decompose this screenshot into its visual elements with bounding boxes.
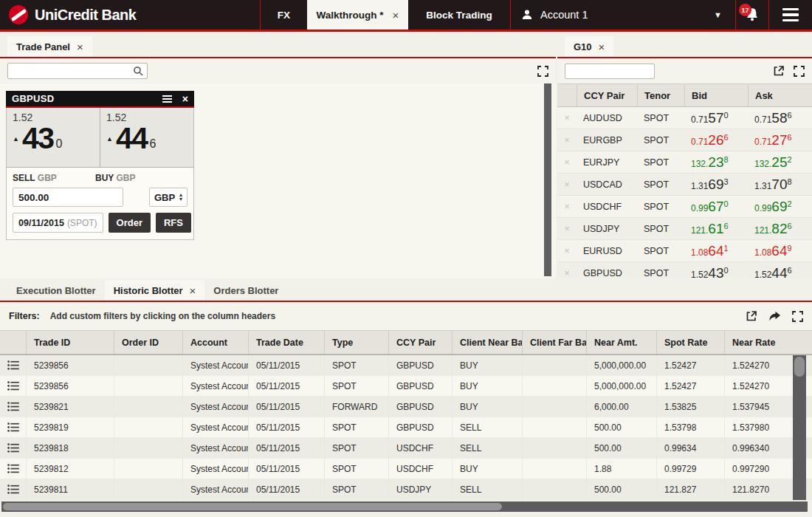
trade-row[interactable]: 5239818 Systest Account 05/11/2015 SPOT …	[0, 438, 812, 459]
trade-row[interactable]: 5239821 Systest Account 05/11/2015 FORWA…	[0, 397, 812, 417]
ask-price-cell[interactable]: 1.08649	[748, 243, 812, 259]
vertical-scrollbar[interactable]	[793, 355, 806, 500]
row-actions-icon[interactable]	[0, 438, 27, 458]
header-trade-id[interactable]: Trade ID	[27, 331, 114, 354]
tab-walkthrough[interactable]: Walkthrough * ×	[307, 0, 408, 30]
header-ccy-pair[interactable]: CCY Pair	[389, 331, 453, 354]
tab-trade-panel[interactable]: Trade Panel ×	[7, 36, 92, 57]
trade-row[interactable]: 5239856 Systest Account 05/11/2015 SPOT …	[0, 376, 812, 397]
fullscreen-icon[interactable]	[792, 311, 803, 322]
vertical-scrollbar[interactable]	[544, 83, 551, 276]
row-actions-icon[interactable]	[0, 417, 27, 437]
account-selector[interactable]: Account 1 ▼	[511, 0, 735, 30]
main-menu-button[interactable]	[769, 0, 812, 30]
tab-g10[interactable]: G10 ×	[565, 36, 613, 57]
header-bid[interactable]: Bid	[684, 84, 748, 106]
header-tenor[interactable]: Tenor	[637, 84, 684, 106]
g10-search-input[interactable]	[569, 66, 650, 76]
remove-row-icon[interactable]: ×	[557, 245, 577, 256]
bid-price-cell[interactable]: 1.31693	[684, 177, 748, 193]
trade-row[interactable]: 5239812 Systest Account 05/11/2015 SPOT …	[0, 459, 812, 479]
g10-searchbox[interactable]	[565, 64, 655, 79]
order-button[interactable]: Order	[109, 213, 151, 233]
row-actions-icon[interactable]	[0, 459, 27, 479]
bid-price-cell[interactable]: 1.08641	[684, 243, 748, 259]
scrollbar-thumb[interactable]	[794, 357, 805, 377]
ccy-pair-cell[interactable]: EURUSD	[577, 246, 637, 256]
row-actions-icon[interactable]	[0, 397, 27, 417]
sell-price-button[interactable]: 1.52 ▲ 43 0	[7, 108, 100, 167]
remove-row-icon[interactable]: ×	[557, 134, 577, 145]
fullscreen-icon[interactable]	[537, 66, 548, 77]
currency-select[interactable]: GBP ▴ ▾	[149, 188, 187, 207]
bid-price-cell[interactable]: 0.71570	[684, 110, 748, 126]
remove-row-icon[interactable]: ×	[557, 267, 577, 278]
ccy-pair-cell[interactable]: EURJPY	[577, 157, 637, 168]
bid-price-cell[interactable]: 0.71266	[684, 132, 748, 148]
rfs-button[interactable]: RFS	[156, 213, 191, 233]
tab-historic-blotter[interactable]: Historic Blotter ×	[105, 280, 205, 301]
header-ccy-pair[interactable]: CCY Pair	[577, 84, 637, 106]
remove-row-icon[interactable]: ×	[557, 201, 577, 212]
row-actions-icon[interactable]	[0, 376, 27, 396]
trade-row[interactable]: 5239811 Systest Account 05/11/2015 SPOT …	[0, 479, 812, 500]
ask-price-cell[interactable]: 121.826	[748, 221, 812, 237]
ccy-pair-cell[interactable]: USDCHF	[577, 202, 637, 212]
bid-price-cell[interactable]: 121.616	[684, 221, 748, 237]
tab-block-trading[interactable]: Block Trading	[408, 0, 510, 30]
header-trade-date[interactable]: Trade Date	[249, 331, 325, 354]
remove-row-icon[interactable]: ×	[557, 112, 577, 123]
widget-close-icon[interactable]: ×	[182, 93, 188, 105]
share-icon[interactable]	[768, 311, 781, 322]
header-near-rate[interactable]: Near Rate	[725, 331, 812, 354]
header-client-far-base[interactable]: Client Far Base	[523, 331, 587, 354]
trade-row[interactable]: 5239819 Systest Account 05/11/2015 SPOT …	[0, 417, 812, 438]
remove-row-icon[interactable]: ×	[557, 179, 577, 190]
row-actions-icon[interactable]	[0, 479, 27, 499]
tab-fx[interactable]: FX	[261, 0, 307, 30]
header-type[interactable]: Type	[325, 331, 389, 354]
ask-price-cell[interactable]: 1.31708	[748, 177, 812, 193]
header-ask[interactable]: Ask	[748, 84, 812, 106]
header-account[interactable]: Account	[183, 331, 249, 354]
bid-price-cell[interactable]: 0.99670	[684, 199, 748, 215]
remove-row-icon[interactable]: ×	[557, 223, 577, 234]
widget-menu-icon[interactable]	[162, 95, 172, 103]
buy-price-button[interactable]: 1.52 ▲ 44 6	[100, 108, 193, 167]
remove-row-icon[interactable]: ×	[557, 157, 577, 168]
close-icon[interactable]: ×	[190, 284, 196, 297]
ask-price-cell[interactable]: 0.71276	[748, 132, 812, 148]
close-icon[interactable]: ×	[393, 9, 399, 21]
pop-out-icon[interactable]	[773, 65, 785, 77]
ask-price-cell[interactable]: 1.52446	[748, 265, 812, 279]
row-actions-icon[interactable]	[0, 355, 27, 375]
horizontal-scrollbar[interactable]	[1, 501, 808, 512]
ccy-pair-cell[interactable]: USDCAD	[577, 179, 637, 190]
ask-price-cell[interactable]: 0.71586	[748, 110, 812, 126]
close-icon[interactable]: ×	[77, 41, 83, 53]
bid-price-cell[interactable]: 132.238	[684, 154, 748, 171]
notifications-button[interactable]: 17	[736, 0, 768, 30]
bid-price-cell[interactable]: 1.52430	[684, 265, 748, 279]
header-client-near-base[interactable]: Client Near Bas	[453, 331, 523, 354]
value-date-field[interactable]: 09/11/2015 (SPOT)	[13, 213, 103, 233]
header-near-amt[interactable]: Near Amt.	[587, 331, 657, 354]
tab-orders-blotter[interactable]: Orders Blotter	[204, 280, 287, 301]
fullscreen-icon[interactable]	[794, 66, 805, 77]
pop-out-icon[interactable]	[746, 310, 757, 322]
amount-input[interactable]	[13, 188, 123, 207]
ask-price-cell[interactable]: 132.252	[748, 154, 812, 171]
header-spot-rate[interactable]: Spot Rate	[657, 331, 725, 354]
scrollbar-thumb[interactable]	[3, 503, 502, 510]
tab-execution-blotter[interactable]: Execution Blotter	[7, 280, 105, 301]
ccy-pair-cell[interactable]: USDJPY	[577, 224, 637, 234]
header-order-id[interactable]: Order ID	[114, 331, 183, 354]
ccy-pair-cell[interactable]: AUDUSD	[577, 113, 637, 123]
close-icon[interactable]: ×	[599, 41, 605, 53]
trade-row[interactable]: 5239856 Systest Account 05/11/2015 SPOT …	[0, 355, 812, 376]
ccy-pair-cell[interactable]: GBPUSD	[577, 268, 637, 278]
ccy-pair-cell[interactable]: EURGBP	[577, 135, 637, 145]
search-input[interactable]	[12, 66, 133, 76]
instrument-searchbox[interactable]	[7, 63, 148, 79]
ask-price-cell[interactable]: 0.99692	[748, 199, 812, 215]
